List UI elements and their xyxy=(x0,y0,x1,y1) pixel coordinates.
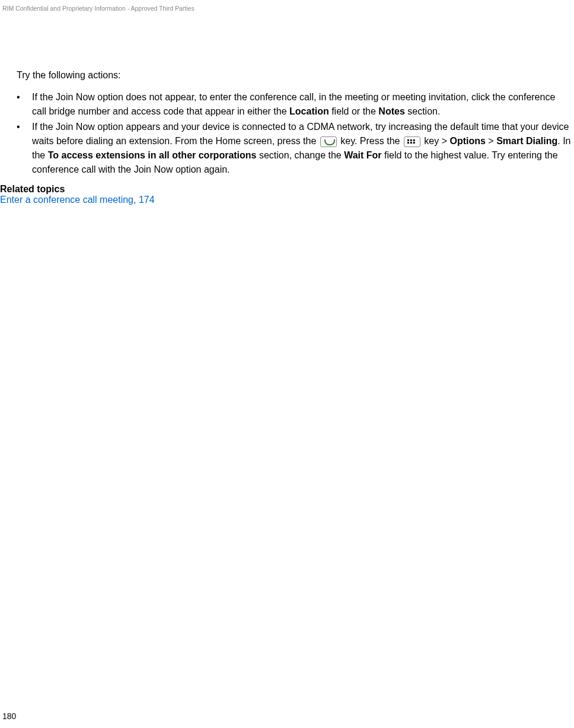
related-link[interactable]: Enter a conference call meeting, 174 xyxy=(0,195,155,205)
bullet-text: If the Join Now option does not appear, … xyxy=(32,90,572,119)
menu-key-icon xyxy=(404,136,420,147)
bullet-text: If the Join Now option appears and your … xyxy=(32,120,572,177)
list-item: • If the Join Now option appears and you… xyxy=(17,120,572,177)
bullet-marker: • xyxy=(17,120,32,177)
list-item: • If the Join Now option does not appear… xyxy=(17,90,572,119)
bullet-marker: • xyxy=(17,90,32,119)
send-key-icon xyxy=(320,136,337,147)
page-number: 180 xyxy=(2,711,16,721)
bullet-list: • If the Join Now option does not appear… xyxy=(17,90,572,177)
intro-text: Try the following actions: xyxy=(17,70,572,81)
main-content: Try the following actions: • If the Join… xyxy=(0,12,574,205)
confidential-header: RIM Confidential and Proprietary Informa… xyxy=(0,0,574,12)
related-heading: Related topics xyxy=(0,184,572,195)
related-topics: Related topics Enter a conference call m… xyxy=(0,184,572,205)
